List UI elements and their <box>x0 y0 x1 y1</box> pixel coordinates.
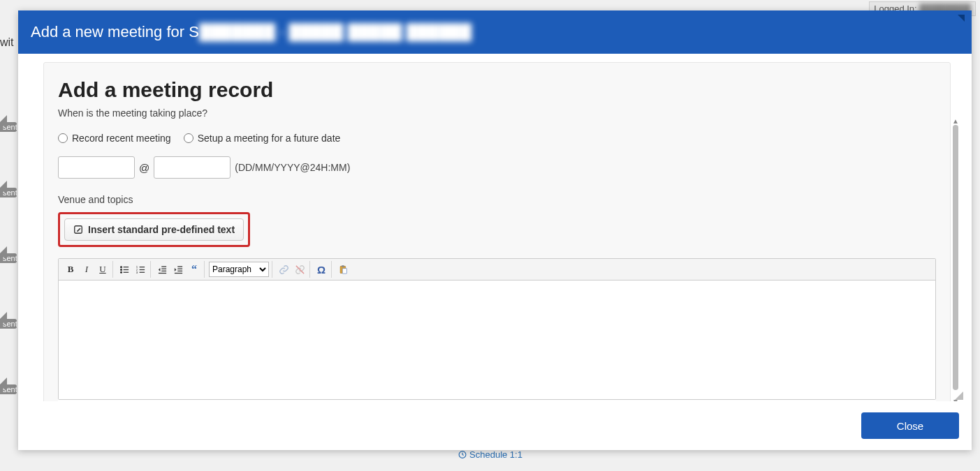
numbered-list-button[interactable]: 123 <box>133 262 147 276</box>
editor-toolbar: B I U 123 <box>59 259 935 281</box>
radio-recent-meeting[interactable]: Record recent meeting <box>58 133 171 144</box>
radio-future-label: Setup a meeting for a future date <box>198 133 341 144</box>
scroll-track[interactable] <box>953 125 958 398</box>
status-badge: sent <box>0 188 17 197</box>
bold-button[interactable]: B <box>64 262 78 276</box>
radio-future-meeting[interactable]: Setup a meeting for a future date <box>184 133 341 144</box>
outdent-button[interactable] <box>155 262 169 276</box>
status-badge: sent <box>0 253 17 263</box>
clock-icon <box>458 450 467 459</box>
outer-scrollbar[interactable] <box>962 107 970 390</box>
blockquote-button[interactable]: “ <box>187 262 201 276</box>
meeting-form-panel: Add a meeting record When is the meeting… <box>43 62 951 401</box>
close-button[interactable]: Close <box>861 412 959 439</box>
scroll-up-arrow-icon[interactable]: ▲ <box>952 118 959 125</box>
paste-button[interactable] <box>336 262 350 276</box>
meeting-timing-radios: Record recent meeting Setup a meeting fo… <box>58 133 936 144</box>
radio-recent-input[interactable] <box>58 133 68 143</box>
link-button[interactable] <box>277 262 291 276</box>
scroll-thumb[interactable] <box>953 125 958 390</box>
modal-body: Add a meeting record When is the meeting… <box>18 54 972 401</box>
date-format-hint: (DD/MM/YYYY@24H:MM) <box>235 162 350 173</box>
date-field[interactable] <box>58 156 135 179</box>
time-field[interactable] <box>154 156 231 179</box>
schedule-link-label: Schedule 1:1 <box>469 449 522 460</box>
unlink-button[interactable] <box>293 262 307 276</box>
svg-point-2 <box>120 266 122 267</box>
indent-button[interactable] <box>171 262 185 276</box>
date-time-row: @ (DD/MM/YYYY@24H:MM) <box>58 156 936 179</box>
resize-icon[interactable] <box>958 15 965 22</box>
editor-textarea[interactable] <box>59 281 935 399</box>
radio-recent-label: Record recent meeting <box>72 133 171 144</box>
venue-topics-label: Venue and topics <box>58 194 936 205</box>
form-title: Add a meeting record <box>58 78 936 102</box>
modal-title-redacted: ███████ - █████ █████ ██████ <box>199 23 471 40</box>
special-char-button[interactable]: Ω <box>314 262 328 276</box>
inner-scrollbar[interactable]: ▲ ▼ <box>952 118 959 401</box>
modal-footer: Close <box>18 401 972 450</box>
rich-text-editor: B I U 123 <box>58 258 936 400</box>
status-badge: sent <box>0 319 17 329</box>
bg-tags-column: sent sent sent sent sent <box>0 122 17 394</box>
bg-text-fragment: wit <box>0 36 14 49</box>
svg-rect-25 <box>342 268 346 274</box>
italic-button[interactable]: I <box>80 262 94 276</box>
svg-point-4 <box>120 269 122 270</box>
status-badge: sent <box>0 122 17 132</box>
resize-icon[interactable] <box>955 391 963 400</box>
status-badge: sent <box>0 384 17 394</box>
schedule-link[interactable]: Schedule 1:1 <box>458 449 522 460</box>
radio-future-input[interactable] <box>184 133 193 143</box>
insert-predefined-label: Insert standard pre-defined text <box>88 224 235 235</box>
insert-predefined-button[interactable]: Insert standard pre-defined text <box>64 218 244 241</box>
edit-icon <box>73 225 83 234</box>
underline-button[interactable]: U <box>96 262 110 276</box>
insert-predefined-highlight: Insert standard pre-defined text <box>58 212 250 247</box>
modal-title-prefix: Add a new meeting for S <box>31 23 199 40</box>
form-subtitle: When is the meeting taking place? <box>58 107 936 119</box>
paragraph-format-select[interactable]: Paragraph <box>209 262 269 277</box>
modal-header: Add a new meeting for S███████ - █████ █… <box>18 10 972 54</box>
at-separator: @ <box>139 162 149 174</box>
svg-text:3: 3 <box>136 270 138 274</box>
bullet-list-button[interactable] <box>117 262 131 276</box>
svg-point-6 <box>120 271 122 273</box>
svg-rect-24 <box>342 265 344 267</box>
add-meeting-modal: Add a new meeting for S███████ - █████ █… <box>18 10 972 450</box>
